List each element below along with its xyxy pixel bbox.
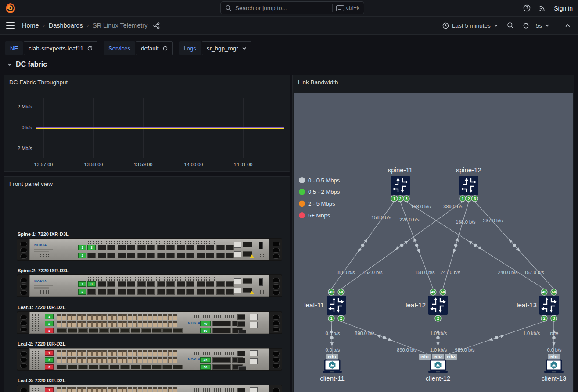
copper-port [163,321,167,327]
device-label: Spine-2: 7220 IXR-D3L [18,268,282,273]
switch-node-spine-12[interactable] [459,176,478,195]
copper-port [148,350,152,356]
refresh-interval-picker[interactable]: 5s [535,20,553,31]
sfp-cage [110,365,119,369]
copper-port [62,314,66,320]
switch-node-spine-11[interactable] [391,176,410,195]
rack-ear-slot [20,248,27,253]
copper-port [168,314,172,320]
qsfp-cage [87,289,96,295]
copper-port [62,357,66,363]
rack-ear-slot [20,242,27,246]
copper-port [82,350,86,356]
model-text-bar [34,251,49,252]
qsfp-cage [107,289,115,295]
copper-port [158,387,162,392]
time-series-chart[interactable]: 13:57:0013:58:0013:59:0014:00:0014:01:00… [4,75,290,171]
client-node-client-13[interactable] [544,360,564,373]
copper-port [133,321,137,327]
chevron-up-icon [565,23,571,29]
copper-port [163,350,167,356]
variable-services-value[interactable]: default [136,41,173,55]
search-input[interactable]: Search or jump to... ctrl+k [220,1,364,14]
variable-services-label[interactable]: Services [104,41,135,55]
breadcrumb-separator: › [43,22,45,29]
qsfp-cage [127,289,135,295]
switch-node-leaf-12[interactable] [428,296,448,315]
warning-triangle-icon [250,291,254,294]
time-range-picker[interactable]: Last 5 minutes [439,20,501,31]
copper-port [158,357,162,363]
breadcrumb-separator: › [87,22,89,29]
edge-midpoint-dot [436,336,440,339]
refresh-button[interactable] [520,20,532,31]
share-icon[interactable] [153,22,160,29]
copper-port [112,321,117,327]
news-rss-icon[interactable] [539,4,546,12]
edge-arrow [358,248,362,252]
edge-bandwidth-label: 237.0 b/s [483,218,503,223]
device-3: Leaf-1: 7220 IXR-D2L123NOKIA4950 [17,305,282,334]
zoom-out-button[interactable] [504,20,517,31]
port-row: 2 [78,289,236,295]
copper-port [82,314,86,320]
vent-dots [87,277,216,281]
switch-node-leaf-11[interactable] [327,296,346,315]
vent-dashes [194,315,236,318]
node-graph-canvas[interactable]: 0 - 0.5 Mbps0.5 - 2 Mbps2 - 5 Mbps5+ Mbp… [294,93,573,392]
copper-port [118,357,122,363]
switch-node-leaf-13[interactable] [539,296,559,315]
sfp-cage [131,365,140,369]
copper-port [92,314,97,320]
kiosk-collapse-button[interactable] [562,21,574,31]
copper-port [138,314,142,320]
mgmt-rj45-port [250,387,258,392]
sfp-cage [131,328,140,333]
copper-port [57,387,61,392]
client-node-client-12[interactable] [428,360,448,373]
edge-midpoint-dot [400,244,404,247]
vent-dots [39,253,49,258]
menu-toggle-icon[interactable] [6,22,15,29]
help-icon[interactable] [523,4,531,12]
breadcrumb-home[interactable]: Home [22,22,39,29]
sign-in-button[interactable]: Sign in [554,5,573,12]
dashboard-row-dc-fabric[interactable]: DC fabric [7,61,47,68]
panel-title[interactable]: Link Bandwidth [298,79,338,86]
qsfp-cage [147,289,155,295]
chevron-down-icon [242,46,247,51]
copper-port [82,387,86,392]
qsfp-cage [226,245,234,250]
rack-ear-slot [273,284,280,289]
variable-logs-value[interactable]: sr_bgp_mgr [202,41,251,55]
chevron-down-icon [545,23,549,28]
grafana-logo[interactable] [4,2,16,14]
variable-ne-value[interactable]: clab-srexperts-leaf11 [24,41,97,55]
device-label: Leaf-1: 7220 IXR-D2L [18,305,282,310]
copper-port [122,387,127,392]
copper-port [158,321,162,327]
edge-bandwidth-label: 389.0 b/s [443,204,463,209]
copper-port [138,357,142,363]
port-row: 2 [78,253,236,258]
copper-port [122,357,127,363]
variable-logs-label[interactable]: Logs [179,41,201,55]
copper-port [128,357,132,363]
variable-ne-label[interactable]: NE [5,41,23,55]
rack-ear-slot [273,363,280,368]
rack-ear-slot [20,327,27,332]
eth-badge-label: eth1 [328,354,337,359]
x-axis-tick: 13:57:00 [28,162,59,167]
copper-port [118,350,122,356]
edge-bandwidth-label: 168.0 b/s [456,219,476,225]
port-number: 1 [393,196,395,201]
qsfp-cage [98,253,106,258]
qsfp-cage [147,245,155,250]
device-4: Leaf-2: 7220 IXR-D2L123NOKIA4950 [17,341,282,371]
qsfp-cage [197,289,205,295]
client-node-client-11[interactable] [323,360,342,373]
sync-icon [162,46,168,51]
breadcrumb-dashboards[interactable]: Dashboards [49,22,83,29]
mgmt-rj45-port [234,251,241,257]
edge-arrow [330,342,334,346]
